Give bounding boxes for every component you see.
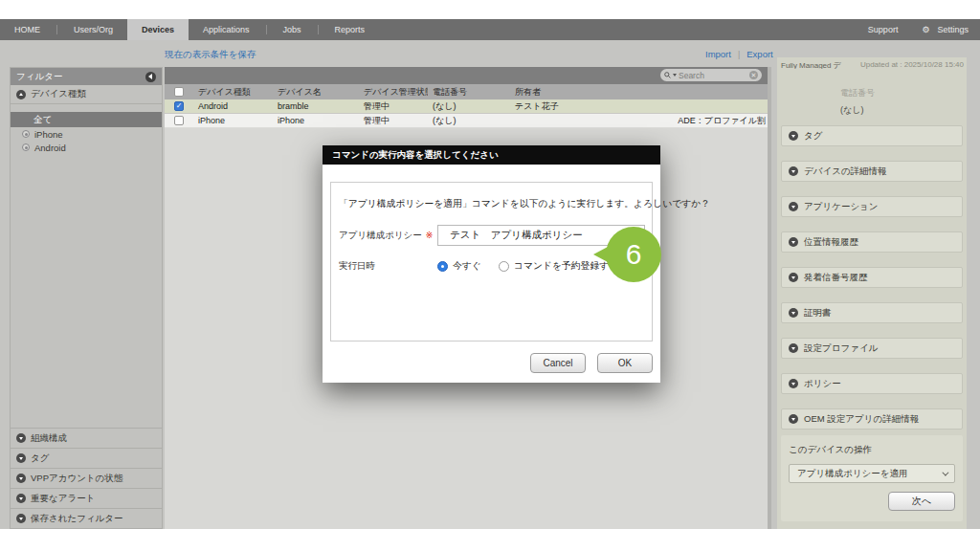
panel-section-call-history[interactable]: 発着信番号履歴 xyxy=(781,267,963,288)
operation-select[interactable]: アプリ構成ポリシーを適用 xyxy=(789,464,955,483)
chevron-down-circle-icon xyxy=(789,343,798,353)
cell-note: ADE：プロファイル割 xyxy=(678,115,768,127)
filter-section-label: 組織構成 xyxy=(31,432,67,445)
filter-option-label: 全て xyxy=(33,114,52,126)
select-all-checkbox[interactable] xyxy=(174,87,184,97)
search-scope-chevron-icon[interactable] xyxy=(673,74,677,77)
dialog-message: 「アプリ構成ポリシーを適用」コマンドを以下のように実行します。よろしいですか？ xyxy=(339,198,645,210)
filter-option-android[interactable]: Android xyxy=(11,141,162,154)
filter-section-organization[interactable]: 組織構成 xyxy=(11,428,162,448)
chevron-down-circle-icon xyxy=(789,273,798,282)
radio-run-now[interactable]: 今すぐ xyxy=(437,260,481,273)
filter-section-device-type[interactable]: デバイス種類 xyxy=(11,85,162,104)
cell-status: 管理中 xyxy=(359,100,428,113)
support-link[interactable]: Support xyxy=(868,25,899,34)
chevron-down-circle-icon xyxy=(789,166,798,176)
tab-applications[interactable]: Applications xyxy=(189,19,264,40)
row-checkbox[interactable] xyxy=(174,116,184,125)
panel-section-location-history[interactable]: 位置情報履歴 xyxy=(781,231,963,253)
filter-option-iphone[interactable]: iPhone xyxy=(11,127,162,141)
policy-selected-value: テスト アプリ構成ポリシー xyxy=(450,229,583,242)
import-link[interactable]: Import xyxy=(705,49,731,59)
column-header[interactable]: 電話番号 xyxy=(428,86,510,99)
panel-section-label: タグ xyxy=(804,130,822,143)
radio-unselected-icon xyxy=(499,261,509,272)
export-link[interactable]: Export xyxy=(746,49,772,59)
nav-divider xyxy=(318,25,319,34)
device-operations-box: このデバイスの操作 アプリ構成ポリシーを適用 次へ xyxy=(781,435,963,521)
step-number: 6 xyxy=(626,238,642,271)
datetime-field-label: 実行日時 xyxy=(339,260,375,273)
cell-owner: テスト花子 xyxy=(510,100,625,113)
table-header-row: デバイス種類 デバイス名 デバイス管理状態 電話番号 所有者 xyxy=(165,84,768,99)
panel-section-policies[interactable]: ポリシー xyxy=(781,373,963,394)
filter-section-label: デバイス種類 xyxy=(31,88,86,100)
search-icon xyxy=(664,72,671,78)
search-input[interactable] xyxy=(679,71,747,80)
panel-section-tags[interactable]: タグ xyxy=(781,125,963,146)
row-checkbox-checked[interactable]: ✓ xyxy=(174,101,184,111)
chevron-down-circle-icon xyxy=(789,131,798,141)
filter-header: フィルター xyxy=(11,68,162,85)
filter-title: フィルター xyxy=(16,71,62,83)
save-current-view-link[interactable]: 現在の表示条件を保存 xyxy=(165,49,256,61)
panel-section-oem-app-details[interactable]: OEM 設定アプリの詳細情報 xyxy=(781,408,963,430)
settings-link[interactable]: Settings xyxy=(937,25,969,34)
collapse-sidebar-button[interactable] xyxy=(145,72,156,82)
column-header[interactable]: 所有者 xyxy=(510,86,625,99)
column-header[interactable]: デバイス名 xyxy=(273,86,359,99)
cell-phone: (なし) xyxy=(428,115,510,127)
chevron-left-icon xyxy=(148,74,152,79)
nav-divider xyxy=(56,25,57,34)
ok-button[interactable]: OK xyxy=(597,353,653,373)
panel-section-label: 証明書 xyxy=(804,307,832,320)
filter-section-saved-filters[interactable]: 保存されたフィルター xyxy=(11,508,162,528)
policy-field-label: アプリ構成ポリシー xyxy=(339,230,422,242)
next-button[interactable]: 次へ xyxy=(888,492,955,511)
page: HOME Users/Org Devices Applications Jobs… xyxy=(0,0,980,551)
filter-section-tags[interactable]: タグ xyxy=(11,448,162,468)
updated-at-label: Updated at : 2025/10/28 15:40 xyxy=(860,60,964,69)
tab-reports[interactable]: Reports xyxy=(321,19,380,40)
panel-section-config-profiles[interactable]: 設定プロファイル xyxy=(781,338,963,359)
chevron-down-circle-icon xyxy=(789,379,798,388)
filter-section-vpp-account[interactable]: VPPアカウントの状態 xyxy=(11,468,162,488)
table-row[interactable]: iPhone iPhone 管理中 (なし) ADE：プロファイル割 xyxy=(165,114,768,128)
panel-section-applications[interactable]: アプリケーション xyxy=(781,196,963,217)
filter-section-alerts[interactable]: 重要なアラート xyxy=(11,488,162,508)
clear-search-icon[interactable]: ✕ xyxy=(749,71,758,79)
operation-selected-value: アプリ構成ポリシーを適用 xyxy=(797,468,908,480)
tab-jobs[interactable]: Jobs xyxy=(269,19,316,40)
filter-section-label: VPPアカウントの状態 xyxy=(31,473,122,485)
required-mark: ※ xyxy=(426,231,434,240)
tab-devices[interactable]: Devices xyxy=(127,19,189,40)
cell-device-name: iPhone xyxy=(273,116,359,125)
panel-section-label: 設定プロファイル xyxy=(804,342,878,355)
radio-run-now-label: 今すぐ xyxy=(453,260,481,273)
panel-section-certificates[interactable]: 証明書 xyxy=(781,302,963,323)
chevron-down-circle-icon xyxy=(789,237,798,247)
panel-section-label: アプリケーション xyxy=(804,201,879,213)
phone-number-label: 電話番号 xyxy=(840,87,967,99)
managed-status-label: Fully Managed デ xyxy=(781,60,860,69)
filter-option-all[interactable]: 全て xyxy=(11,112,162,127)
dialog-title: コマンドの実行内容を選択してください xyxy=(332,149,499,162)
column-header[interactable]: デバイス管理状態 xyxy=(359,86,428,99)
chevron-up-circle-icon xyxy=(16,90,26,99)
panel-section-label: デバイスの詳細情報 xyxy=(804,165,887,178)
radio-icon xyxy=(22,130,30,138)
panel-section-device-details[interactable]: デバイスの詳細情報 xyxy=(781,161,963,182)
tab-users-org[interactable]: Users/Org xyxy=(59,19,127,40)
cell-device-type: iPhone xyxy=(193,116,273,125)
filter-sidebar: フィルター デバイス種類 全て iPhone Android 組 xyxy=(10,67,163,529)
tab-home[interactable]: HOME xyxy=(0,19,55,40)
search-box[interactable]: ✕ xyxy=(660,69,762,81)
chevron-down-icon xyxy=(942,469,948,475)
nav-divider xyxy=(266,25,267,34)
gear-icon: ⚙ xyxy=(922,25,929,34)
chevron-down-circle-icon xyxy=(789,308,798,318)
cancel-button[interactable]: Cancel xyxy=(530,353,586,373)
chevron-down-circle-icon xyxy=(16,514,26,523)
column-header[interactable]: デバイス種類 xyxy=(193,86,273,99)
table-row[interactable]: ✓ Android bramble 管理中 (なし) テスト花子 xyxy=(165,99,768,114)
